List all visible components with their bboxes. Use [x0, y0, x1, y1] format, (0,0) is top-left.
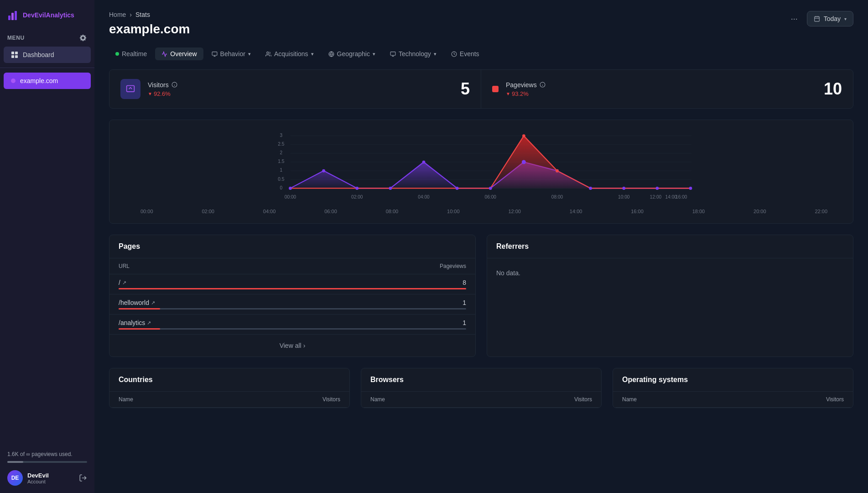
metrics-row: Visitors ▼ 92.6% 5: [109, 69, 853, 109]
breadcrumb-current: Stats: [135, 11, 150, 18]
visitors-icon-box: [120, 79, 140, 99]
url-text-root: /: [119, 279, 120, 286]
os-col-visitors: Visitors: [826, 396, 844, 403]
tab-realtime[interactable]: Realtime: [109, 47, 153, 60]
svg-text:0: 0: [280, 185, 282, 190]
svg-rect-4: [15, 52, 18, 54]
countries-col-name: Name: [119, 396, 133, 403]
external-link-icon-3: ↗: [147, 320, 151, 326]
pageviews-used-text: 1.6K of ∞ pageviews used.: [7, 451, 87, 457]
logo-icon: [7, 9, 19, 21]
three-col-sections: Countries Name Visitors Browsers Name Vi…: [109, 368, 853, 408]
tab-overview-label: Overview: [170, 50, 197, 58]
settings-icon[interactable]: [79, 34, 87, 42]
menu-header: MENU: [0, 30, 94, 46]
sidebar-item-dashboard[interactable]: Dashboard: [4, 47, 91, 63]
more-options-button[interactable]: ···: [787, 12, 801, 26]
pages-col-pageviews: Pageviews: [440, 263, 466, 269]
pageviews-count-helloworld: 1: [463, 299, 466, 306]
svg-rect-1: [11, 13, 14, 20]
user-avatar: DE: [7, 470, 23, 486]
logout-icon[interactable]: [79, 474, 87, 482]
visitors-label: Visitors: [148, 81, 169, 89]
table-row: /helloworld ↗ 1: [109, 294, 475, 315]
x-label-1400: 14:00: [570, 209, 582, 214]
svg-text:1.5: 1.5: [278, 159, 284, 164]
date-label: Today: [824, 15, 841, 22]
svg-rect-5: [11, 55, 14, 58]
sidebar-footer: 1.6K of ∞ pageviews used. DE DevEvil Acc…: [0, 444, 94, 493]
user-row: DE DevEvil Account: [7, 470, 87, 486]
pages-section: Pages URL Pageviews / ↗ 8: [109, 235, 476, 357]
pageviews-label: Pageviews: [506, 81, 537, 89]
acquisitions-icon: [265, 51, 271, 57]
tab-technology[interactable]: Technology: [384, 47, 443, 60]
url-text-analytics: /analytics: [119, 319, 145, 326]
view-all-button[interactable]: View all ›: [109, 335, 475, 357]
svg-point-44: [355, 187, 359, 190]
svg-point-43: [322, 169, 325, 173]
svg-text:06:00: 06:00: [485, 194, 497, 199]
svg-text:16:00: 16:00: [676, 194, 687, 199]
browsers-col-visitors: Visitors: [574, 396, 592, 403]
tab-acquisitions[interactable]: Acquisitions: [259, 47, 320, 60]
svg-text:04:00: 04:00: [418, 194, 430, 199]
main-chart: 3 2.5 2 1.5 1 0.5 0: [119, 129, 844, 211]
date-picker-button[interactable]: Today ▾: [807, 11, 853, 26]
url-link-root[interactable]: / ↗: [119, 279, 126, 286]
pageviews-bar-fill: [7, 461, 23, 463]
svg-point-52: [622, 187, 625, 190]
svg-text:12:00: 12:00: [650, 194, 662, 199]
svg-point-14: [267, 52, 269, 53]
url-link-analytics[interactable]: /analytics ↗: [119, 319, 151, 326]
technology-icon: [390, 51, 396, 57]
referrers-section-header: Referrers: [487, 235, 853, 258]
os-title: Operating systems: [622, 376, 844, 384]
table-row: / ↗ 8: [109, 274, 475, 294]
svg-text:2.5: 2.5: [278, 142, 284, 147]
referrers-no-data: No data.: [487, 258, 853, 288]
browsers-title: Browsers: [370, 376, 592, 384]
site-label: example.com: [20, 77, 58, 84]
svg-rect-0: [8, 16, 10, 20]
svg-text:02:00: 02:00: [351, 194, 363, 199]
x-label-1000: 10:00: [447, 209, 460, 214]
page-title: example.com: [109, 22, 190, 37]
dashboard-label: Dashboard: [23, 51, 54, 58]
realtime-dot-icon: [115, 52, 119, 56]
view-all-label: View all: [280, 342, 301, 349]
tab-geographic[interactable]: Geographic: [322, 47, 382, 60]
visitors-chart-icon: [126, 84, 135, 94]
user-name: DevEvil: [27, 472, 49, 479]
tab-geographic-label: Geographic: [337, 50, 370, 58]
url-link-helloworld[interactable]: /helloworld ↗: [119, 299, 155, 306]
svg-point-48: [489, 187, 492, 190]
site-dot: [11, 79, 16, 83]
tab-realtime-label: Realtime: [122, 50, 147, 58]
tab-events[interactable]: Events: [445, 47, 486, 60]
tab-behavior[interactable]: Behavior: [205, 47, 257, 60]
x-label-0000: 00:00: [140, 209, 153, 214]
countries-title: Countries: [119, 376, 340, 384]
svg-rect-6: [15, 55, 18, 58]
geographic-icon: [328, 51, 334, 57]
sidebar-site-item[interactable]: example.com: [4, 73, 91, 89]
svg-rect-2: [15, 11, 17, 20]
progress-bar-root: [119, 288, 466, 289]
svg-point-46: [422, 161, 426, 164]
pages-title: Pages: [119, 242, 466, 251]
x-label-2200: 22:00: [815, 209, 827, 214]
tab-technology-label: Technology: [399, 50, 431, 58]
pageviews-info: Pageviews ▼ 93.2%: [506, 81, 546, 97]
x-label-1200: 12:00: [508, 209, 521, 214]
pageviews-value: 10: [824, 79, 842, 99]
svg-point-51: [589, 187, 592, 190]
referrers-section: Referrers No data.: [487, 235, 853, 357]
svg-text:0.5: 0.5: [278, 177, 284, 182]
date-chevron-icon: ▾: [844, 16, 847, 21]
svg-rect-21: [127, 86, 135, 92]
svg-rect-11: [212, 52, 217, 55]
breadcrumb-home[interactable]: Home: [109, 11, 126, 18]
svg-text:2: 2: [280, 150, 282, 155]
tab-overview[interactable]: Overview: [155, 47, 203, 60]
